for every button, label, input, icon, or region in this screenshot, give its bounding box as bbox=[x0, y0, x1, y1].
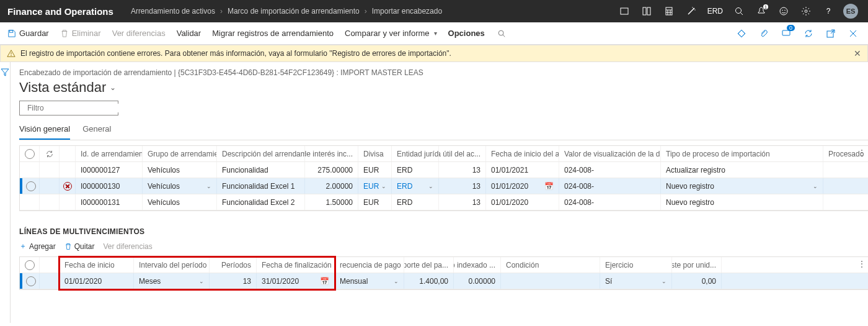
cell-start-date[interactable]: 01/01/2020 bbox=[60, 273, 134, 289]
layout-icon[interactable] bbox=[637, 1, 657, 21]
chevron-down-icon[interactable]: ⌄ bbox=[199, 278, 204, 284]
calculator-icon[interactable] bbox=[659, 1, 679, 21]
more-options-icon[interactable]: ⋮ bbox=[858, 260, 866, 268]
close-icon[interactable] bbox=[844, 25, 862, 42]
col-periods[interactable]: Períodos bbox=[210, 257, 257, 273]
col-interval[interactable]: Intervalo del período bbox=[134, 257, 210, 273]
cell-life[interactable]: 13 bbox=[439, 178, 486, 194]
cell-currency[interactable]: EUR bbox=[358, 162, 392, 178]
validate-button[interactable]: Validar bbox=[175, 26, 203, 40]
cell-life[interactable]: 13 bbox=[439, 162, 486, 178]
col-frequency[interactable]: recuencia de pago bbox=[335, 257, 404, 273]
cell-desc[interactable]: Funcionalidad Excel 1 bbox=[217, 178, 305, 194]
col-useful-life[interactable]: Vida útil del ac... bbox=[439, 146, 486, 161]
cell-rate[interactable]: 1.50000 bbox=[305, 194, 358, 210]
tab-overview[interactable]: Visión general bbox=[19, 120, 70, 140]
user-avatar[interactable]: ES bbox=[841, 1, 861, 21]
cell-currency[interactable]: EUR⌄ bbox=[358, 178, 392, 194]
refresh-icon[interactable] bbox=[40, 146, 60, 161]
select-all-checkbox[interactable] bbox=[25, 260, 35, 270]
col-index[interactable]: Tipo indexado ... bbox=[454, 257, 501, 273]
cell-exercise[interactable]: Sí⌄ bbox=[600, 273, 672, 289]
col-rate[interactable]: Tipo de interés inc... bbox=[305, 146, 358, 161]
cell-lease-id[interactable]: I000000127 bbox=[76, 162, 143, 178]
cell-processed[interactable] bbox=[823, 194, 868, 210]
options-button[interactable]: Opciones bbox=[447, 26, 486, 40]
tab-general[interactable]: General bbox=[82, 120, 111, 140]
cell-group[interactable]: Vehículos bbox=[143, 162, 217, 178]
col-condition[interactable]: Condición bbox=[501, 257, 600, 273]
cell-condition[interactable] bbox=[501, 273, 600, 289]
cell-processed[interactable] bbox=[823, 162, 868, 178]
cell-interval[interactable]: Meses⌄ bbox=[134, 273, 210, 289]
cell-index[interactable]: 0.00000 bbox=[454, 273, 501, 289]
migrate-button[interactable]: Migrar registros de arrendamiento bbox=[211, 26, 335, 40]
cell-rate[interactable]: 275.00000 bbox=[305, 162, 358, 178]
cell-dim-display[interactable]: 024-008- bbox=[559, 178, 661, 194]
cell-legal[interactable]: ERD bbox=[392, 162, 439, 178]
col-end-date[interactable]: Fecha de finalización bbox=[257, 257, 335, 273]
cell-unit-cost[interactable]: 0,00 bbox=[672, 273, 722, 289]
cell-frequency[interactable]: Mensual⌄ bbox=[335, 273, 404, 289]
cell-start-date[interactable]: 01/01/2021 bbox=[486, 162, 559, 178]
refresh-icon[interactable] bbox=[800, 25, 817, 42]
help-icon[interactable]: ? bbox=[818, 1, 838, 21]
col-exercise[interactable]: Ejercicio bbox=[600, 257, 672, 273]
cell-process-type[interactable]: Nuevo registro bbox=[661, 194, 823, 210]
delete-button[interactable]: Eliminar bbox=[59, 26, 102, 40]
col-unit-cost[interactable]: Coste por unid... bbox=[672, 257, 722, 273]
col-amount[interactable]: Importe del pa... bbox=[404, 257, 454, 273]
attachment-icon[interactable] bbox=[755, 25, 773, 42]
view-diff-button[interactable]: Ver diferencias bbox=[111, 26, 167, 40]
col-start-date[interactable]: Fecha de inicio del arrend... bbox=[486, 146, 559, 161]
bell-icon[interactable]: 1 bbox=[751, 1, 771, 21]
cell-lease-id[interactable]: I000000131 bbox=[76, 194, 143, 210]
col-process-type[interactable]: Tipo de proceso de importación bbox=[661, 146, 823, 161]
cell-life[interactable]: 13 bbox=[439, 194, 486, 210]
filter-input[interactable] bbox=[27, 104, 120, 112]
table-row[interactable]: 01/01/2020 Meses⌄ 13 31/01/2020📅 Mensual… bbox=[20, 273, 868, 289]
crumb-1[interactable]: Arrendamiento de activos bbox=[131, 7, 215, 16]
chevron-down-icon[interactable]: ⌄ bbox=[394, 278, 399, 284]
erd-button[interactable]: ERD bbox=[704, 1, 727, 21]
col-lease-id[interactable]: Id. de arrendamiento↑ bbox=[76, 146, 143, 161]
cell-lease-id[interactable]: I000000130 bbox=[76, 178, 143, 194]
cell-dim-display[interactable]: 024-008- bbox=[559, 162, 661, 178]
cell-currency[interactable]: EUR bbox=[358, 194, 392, 210]
col-dim-display[interactable]: Valor de visualización de la dimensi... bbox=[559, 146, 661, 161]
funnel-icon[interactable] bbox=[0, 67, 10, 323]
window-icon[interactable] bbox=[614, 1, 634, 21]
gear-icon[interactable] bbox=[796, 1, 816, 21]
cell-amount[interactable]: 1.400,00 bbox=[404, 273, 454, 289]
row-checkbox[interactable] bbox=[26, 181, 36, 191]
messages-icon[interactable]: 0 bbox=[777, 25, 795, 42]
select-all-checkbox[interactable] bbox=[25, 149, 35, 159]
cell-legal[interactable]: ERD⌄ bbox=[392, 178, 439, 194]
diamond-icon[interactable] bbox=[733, 25, 750, 42]
chevron-down-icon[interactable]: ⌄ bbox=[206, 183, 211, 189]
crumb-3[interactable]: Importar encabezado bbox=[372, 7, 442, 16]
save-button[interactable]: Guardar bbox=[6, 26, 50, 40]
view-selector[interactable]: Vista estándar⌄ bbox=[19, 79, 868, 96]
popout-icon[interactable] bbox=[822, 25, 839, 42]
table-row[interactable]: I000000127 Vehículos Funcionalidad 275.0… bbox=[20, 162, 868, 178]
cell-process-type[interactable]: Nuevo registro⌄ bbox=[661, 178, 823, 194]
filter-box[interactable] bbox=[19, 101, 118, 115]
calendar-icon[interactable]: 📅 bbox=[320, 277, 329, 286]
table-row[interactable]: I000000131 Vehículos Funcionalidad Excel… bbox=[20, 194, 868, 211]
search-icon[interactable] bbox=[497, 29, 506, 38]
smiley-icon[interactable] bbox=[774, 1, 794, 21]
cell-process-type[interactable]: Actualizar registro bbox=[661, 162, 823, 178]
cell-processed[interactable] bbox=[823, 178, 868, 194]
compare-button[interactable]: Comparar y ver informe▾ bbox=[343, 26, 438, 40]
diff-lines-button[interactable]: Ver diferencias bbox=[103, 242, 152, 251]
table-row[interactable]: I000000130 Vehículos⌄ Funcionalidad Exce… bbox=[20, 178, 868, 194]
col-group[interactable]: Grupo de arrendamiento bbox=[143, 146, 217, 161]
remove-line-button[interactable]: Quitar bbox=[64, 242, 95, 251]
cell-desc[interactable]: Funcionalidad bbox=[217, 162, 305, 178]
more-options-icon[interactable]: ⋮ bbox=[858, 148, 866, 157]
search-icon[interactable] bbox=[729, 1, 749, 21]
chevron-down-icon[interactable]: ⌄ bbox=[662, 278, 666, 284]
cell-group[interactable]: Vehículos bbox=[143, 194, 217, 210]
cell-legal[interactable]: ERD bbox=[392, 194, 439, 210]
